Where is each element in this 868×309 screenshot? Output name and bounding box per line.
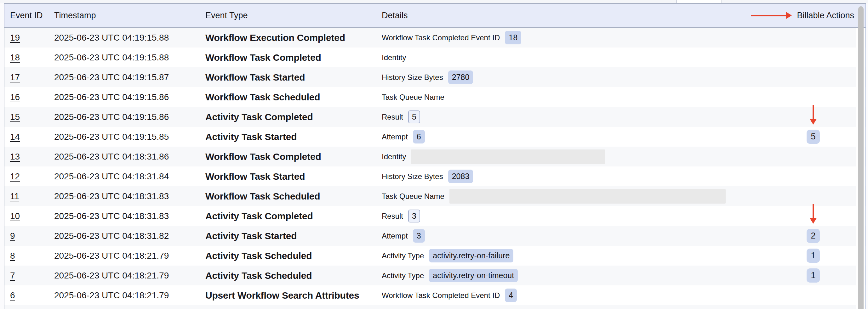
detail-label: Result [382, 212, 403, 220]
event-details: Workflow Task Completed Event ID 4 [382, 288, 772, 302]
scrollbar-thumb[interactable] [858, 6, 864, 309]
cropped-toolbar-control[interactable] [677, 0, 722, 3]
detail-value-badge: 4 [505, 288, 517, 302]
event-type: Workflow Execution Completed [205, 32, 382, 43]
event-id-link[interactable]: 18 [10, 53, 20, 62]
billable-actions-badge: 5 [807, 130, 820, 144]
event-details: Task Queue Name [382, 93, 772, 102]
event-id-cell: 15 [10, 112, 54, 122]
table-header-row: Event ID Timestamp Event Type Details Bi… [4, 4, 866, 28]
event-details: Identity [382, 149, 772, 164]
partial-event-row [4, 305, 866, 309]
event-details: Activity Type activity.retry-on-failure [382, 249, 772, 263]
billable-actions-cell [772, 186, 854, 206]
redacted-value [450, 189, 726, 204]
timestamp: 2025-06-23 UTC 04:18:21.79 [54, 251, 205, 261]
billable-actions-cell [772, 67, 854, 87]
timestamp: 2025-06-23 UTC 04:18:21.79 [54, 271, 205, 281]
event-details: Workflow Task Completed Event ID 18 [382, 31, 772, 44]
event-id-cell: 17 [10, 72, 54, 82]
event-type: Activity Task Started [205, 231, 382, 241]
event-id-link[interactable]: 6 [10, 290, 15, 300]
detail-label: Workflow Task Completed Event ID [382, 291, 500, 300]
detail-value-badge: activity.retry-on-failure [429, 249, 514, 263]
event-details: History Size Bytes 2780 [382, 70, 772, 84]
event-id-link[interactable]: 11 [10, 191, 19, 201]
timestamp: 2025-06-23 UTC 04:18:21.79 [54, 290, 205, 301]
col-header-billable-actions: Billable Actions [772, 11, 854, 21]
event-id-cell: 13 [10, 152, 54, 162]
event-details: Attempt 6 [382, 130, 772, 143]
billable-actions-badge: 2 [807, 229, 820, 243]
event-id-link[interactable]: 16 [10, 92, 20, 102]
detail-label: Identity [382, 53, 406, 62]
event-id-link[interactable]: 13 [10, 152, 20, 162]
event-id-cell: 12 [10, 171, 54, 181]
timestamp: 2025-06-23 UTC 04:18:31.83 [54, 211, 205, 221]
detail-value-badge: 3 [413, 229, 425, 243]
event-id-link[interactable]: 9 [10, 231, 15, 241]
event-id-cell: 9 [10, 231, 54, 241]
detail-label: Result [382, 113, 403, 122]
event-id-link[interactable]: 7 [10, 271, 15, 280]
event-id-cell: 19 [10, 33, 54, 43]
event-type: Workflow Task Completed [205, 151, 382, 162]
timestamp: 2025-06-23 UTC 04:19:15.86 [54, 92, 205, 102]
billable-actions-cell [772, 47, 854, 67]
col-header-event-id: Event ID [10, 11, 54, 21]
event-history-table: Event ID Timestamp Event Type Details Bi… [4, 3, 866, 309]
event-id-link[interactable]: 10 [10, 211, 20, 221]
event-id-cell: 8 [10, 251, 54, 261]
detail-label: Activity Type [382, 271, 424, 280]
billable-actions-cell [772, 147, 854, 167]
event-id-cell: 16 [10, 92, 54, 102]
event-details: History Size Bytes 2083 [382, 170, 772, 183]
billable-actions-cell [772, 28, 854, 47]
event-details: Activity Type activity.retry-on-timeout [382, 269, 772, 282]
detail-label: Task Queue Name [382, 192, 444, 201]
event-type: Workflow Task Scheduled [205, 92, 382, 103]
event-details: Attempt 3 [382, 229, 772, 243]
event-type: Activity Task Completed [205, 211, 382, 221]
event-id-link[interactable]: 12 [10, 171, 20, 181]
timestamp: 2025-06-23 UTC 04:19:15.88 [54, 33, 205, 43]
event-details: Result 5 [382, 110, 772, 123]
detail-value-badge: 2780 [448, 70, 473, 84]
event-id-cell: 10 [10, 211, 54, 221]
detail-label: Activity Type [382, 251, 424, 260]
event-row: 16 2025-06-23 UTC 04:19:15.86 Workflow T… [4, 87, 866, 107]
table-body: 19 2025-06-23 UTC 04:19:15.88 Workflow E… [4, 28, 866, 309]
event-id-cell: 7 [10, 271, 54, 281]
col-header-details: Details [382, 11, 772, 21]
event-row: 13 2025-06-23 UTC 04:18:31.86 Workflow T… [4, 147, 866, 167]
event-id-link[interactable]: 19 [10, 33, 20, 42]
event-row: 9 2025-06-23 UTC 04:18:31.82 Activity Ta… [4, 226, 866, 246]
event-type: Workflow Task Completed [205, 52, 382, 63]
billable-actions-cell [772, 167, 854, 186]
event-id-link[interactable]: 17 [10, 72, 20, 82]
billable-actions-cell: 1 [772, 266, 854, 285]
detail-value-badge: 5 [408, 110, 420, 123]
redacted-value [411, 149, 605, 164]
timestamp: 2025-06-23 UTC 04:18:31.84 [54, 171, 205, 181]
top-strip [0, 0, 868, 3]
billable-actions-badge: 1 [807, 249, 820, 263]
col-header-event-type: Event Type [205, 11, 382, 21]
event-details: Identity [382, 53, 772, 62]
event-id-link[interactable]: 15 [10, 112, 20, 122]
detail-label: History Size Bytes [382, 172, 443, 181]
timestamp: 2025-06-23 UTC 04:19:15.86 [54, 112, 205, 122]
event-row: 19 2025-06-23 UTC 04:19:15.88 Workflow E… [4, 28, 866, 47]
billable-actions-cell [772, 107, 854, 127]
event-id-cell: 14 [10, 132, 54, 142]
event-id-cell: 6 [10, 290, 54, 301]
event-id-link[interactable]: 14 [10, 132, 20, 142]
timestamp: 2025-06-23 UTC 04:19:15.88 [54, 53, 205, 63]
timestamp: 2025-06-23 UTC 04:18:31.83 [54, 191, 205, 201]
billable-actions-cell [772, 87, 854, 107]
event-type: Activity Task Scheduled [205, 270, 382, 281]
event-id-link[interactable]: 8 [10, 251, 15, 261]
red-arrow-right-icon [751, 12, 792, 19]
event-row: 17 2025-06-23 UTC 04:19:15.87 Workflow T… [4, 67, 866, 87]
timestamp: 2025-06-23 UTC 04:19:15.85 [54, 132, 205, 142]
